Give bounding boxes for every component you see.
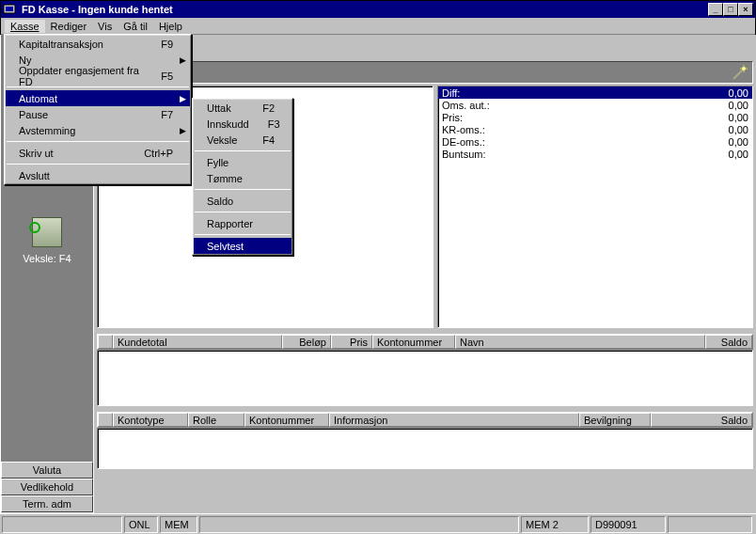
close-button[interactable]: × (738, 3, 753, 16)
table1-header: Kundetotal Beløp Pris Kontonummer Navn S… (97, 334, 753, 350)
menu-kapitaltransaksjon[interactable]: KapitaltransaksjonF9 (6, 36, 190, 52)
table1-body[interactable] (97, 350, 753, 406)
table2-header: Kontotype Rolle Kontonummer Informasjon … (97, 412, 753, 428)
summary-kroms: KR-oms.:0,00 (438, 123, 752, 135)
maximize-button[interactable]: □ (723, 3, 738, 16)
toolbar-dark (97, 61, 753, 84)
summary-deoms: DE-oms.:0,00 (438, 135, 752, 148)
status-mem: MEM (160, 516, 197, 533)
chevron-right-icon: ▶ (180, 55, 186, 65)
menubar: Kasse Rediger Vis Gå til Hjelp (1, 18, 755, 35)
submenu-rapporter[interactable]: Rapporter (194, 215, 291, 231)
menu-avslutt[interactable]: Avslutt (6, 167, 190, 183)
th-navn[interactable]: Navn (455, 335, 705, 349)
submenu-selvtest[interactable]: Selvtest (194, 238, 291, 254)
minimize-button[interactable]: _ (708, 3, 723, 16)
veksle-label: Veksle: F4 (23, 253, 71, 264)
menu-vis[interactable]: Vis (92, 20, 118, 33)
menu-skrivut[interactable]: Skriv utCtrl+P (6, 145, 190, 161)
submenu-uttak[interactable]: UttakF2 (194, 100, 291, 116)
status-onl: ONL (124, 516, 158, 533)
window-title: FD Kasse - Ingen kunde hentet (22, 4, 708, 15)
summary-diff: Diff:0,00 (438, 86, 752, 99)
dropdown-kasse: KapitaltransaksjonF9 Ny▶ Oppdater engasj… (4, 34, 192, 185)
th-belop[interactable]: Beløp (282, 335, 331, 349)
th-kontotype[interactable]: Kontotype (113, 413, 188, 427)
status-blank1 (2, 516, 122, 533)
menu-rediger[interactable]: Rediger (45, 20, 93, 33)
menu-oppdater[interactable]: Oppdater engasjement fra FDF5 (6, 68, 190, 84)
th-informasjon[interactable]: Informasjon (329, 413, 579, 427)
menu-avstemming[interactable]: Avstemming▶ (6, 122, 190, 138)
th-bevilgning[interactable]: Bevilgning (579, 413, 651, 427)
status-blank2 (199, 516, 519, 533)
sidebar-btn-valuta[interactable]: Valuta (1, 462, 93, 479)
wand-icon[interactable] (732, 64, 748, 81)
submenu-automat: UttakF2 InnskuddF3 VeksleF4 Fylle Tømme … (192, 98, 293, 256)
sidebar-btn-vedlikehold[interactable]: Vedlikehold (1, 479, 93, 495)
submenu-saldo[interactable]: Saldo (194, 193, 291, 209)
summary-pris: Pris:0,00 (438, 111, 752, 123)
th-pris[interactable]: Pris (331, 335, 372, 349)
status-code: D990091 (591, 516, 666, 533)
menu-gatil[interactable]: Gå til (118, 20, 153, 33)
submenu-veksle[interactable]: VeksleF4 (194, 132, 291, 148)
summary-box: Diff:0,00 Oms. aut.:0,00 Pris:0,00 KR-om… (437, 86, 753, 328)
sidebar-btn-termadm[interactable]: Term. adm (1, 495, 93, 512)
chevron-right-icon: ▶ (180, 94, 186, 103)
app-icon (3, 3, 18, 16)
menu-automat[interactable]: Automat▶ (6, 90, 190, 106)
status-mem2: MEM 2 (521, 516, 589, 533)
summary-omsaut: Oms. aut.:0,00 (438, 99, 752, 111)
menu-hjelp[interactable]: Hjelp (153, 20, 188, 33)
submenu-tomme[interactable]: Tømme (194, 170, 291, 186)
th-kontonummer2[interactable]: Kontonummer (244, 413, 329, 427)
statusbar: ONL MEM MEM 2 D990091 (0, 513, 756, 534)
menu-pause[interactable]: PauseF7 (6, 106, 190, 122)
th-saldo2[interactable]: Saldo (651, 413, 752, 427)
submenu-fylle[interactable]: Fylle (194, 154, 291, 170)
titlebar: FD Kasse - Ingen kunde hentet _ □ × (1, 1, 755, 18)
th-saldo[interactable]: Saldo (705, 335, 752, 349)
summary-buntsum: Buntsum:0,00 (438, 148, 752, 160)
svg-point-2 (742, 67, 746, 71)
chevron-right-icon: ▶ (180, 126, 186, 135)
menu-kasse[interactable]: Kasse (5, 20, 45, 33)
status-blank3 (668, 516, 752, 533)
table2-body[interactable] (97, 428, 753, 469)
th-kundetotal[interactable]: Kundetotal (113, 335, 282, 349)
submenu-innskudd[interactable]: InnskuddF3 (194, 116, 291, 132)
veksle-icon[interactable] (32, 217, 62, 247)
svg-rect-1 (6, 7, 13, 11)
th-rolle[interactable]: Rolle (188, 413, 244, 427)
th-kontonummer[interactable]: Kontonummer (372, 335, 455, 349)
